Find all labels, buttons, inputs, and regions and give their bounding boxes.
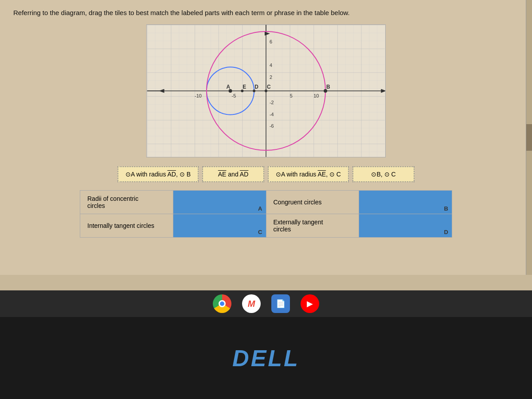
- scrollbar[interactable]: [526, 0, 532, 275]
- chrome-center: [219, 300, 226, 307]
- tile-3-text: ⊙A with radius AE, ⊙ C: [276, 171, 341, 178]
- svg-text:4: 4: [270, 63, 272, 68]
- tile-3[interactable]: ⊙A with radius AE, ⊙ C: [268, 166, 349, 182]
- svg-text:2: 2: [270, 74, 272, 80]
- bottom-area: DELL: [0, 317, 532, 399]
- label-externally: Externally tangentcircles: [266, 214, 359, 238]
- slot-d-letter: D: [444, 229, 448, 235]
- match-table: Radii of concentriccircles A Congruent c…: [80, 190, 452, 238]
- svg-text:C: C: [267, 84, 271, 90]
- svg-text:E: E: [243, 84, 246, 90]
- tile-4[interactable]: ⊙B, ⊙ C: [352, 166, 415, 182]
- files-icon[interactable]: 📄: [271, 294, 290, 313]
- table-wrapper: Radii of concentriccircles A Congruent c…: [13, 190, 519, 238]
- taskbar: M 📄 ▶: [0, 290, 532, 317]
- drop-slot-d[interactable]: D: [359, 214, 452, 238]
- table-row-2: Internally tangent circles C Externally …: [80, 214, 452, 238]
- slot-b-letter: B: [444, 205, 448, 212]
- svg-text:D: D: [254, 84, 258, 90]
- chrome-icon[interactable]: [213, 294, 231, 313]
- gmail-icon[interactable]: M: [242, 294, 261, 313]
- diagram-container: 6 4 2 -2 -4 -6 -10 -5 5 10: [13, 24, 519, 157]
- svg-text:-6: -6: [270, 123, 274, 129]
- svg-text:-10: -10: [195, 93, 202, 98]
- svg-text:6: 6: [270, 39, 272, 44]
- svg-text:-5: -5: [232, 93, 236, 98]
- youtube-icon[interactable]: ▶: [301, 294, 319, 313]
- tiles-row: ⊙A with radius AD, ⊙ B AE and AD ⊙A with…: [13, 166, 519, 182]
- drop-slot-b[interactable]: B: [359, 191, 452, 214]
- drop-slot-a[interactable]: A: [173, 191, 266, 214]
- label-congruent: Congruent circles: [266, 191, 359, 214]
- tile-4-text: ⊙B, ⊙ C: [371, 171, 395, 178]
- svg-text:A: A: [227, 84, 231, 90]
- diagram-svg: 6 4 2 -2 -4 -6 -10 -5 5 10: [147, 25, 385, 157]
- scrollbar-thumb[interactable]: [526, 124, 532, 151]
- main-content: Referring to the diagram, drag the tiles…: [0, 0, 532, 275]
- label-radii: Radii of concentriccircles: [80, 191, 173, 214]
- svg-text:-2: -2: [270, 100, 274, 105]
- tile-2[interactable]: AE and AD: [202, 166, 264, 182]
- svg-text:5: 5: [290, 93, 293, 98]
- tile-1-text: ⊙A with radius AD, ⊙ B: [125, 171, 191, 178]
- table-row-1: Radii of concentriccircles A Congruent c…: [80, 191, 452, 214]
- svg-text:-4: -4: [270, 112, 274, 117]
- svg-text:B: B: [326, 84, 330, 90]
- tile-1[interactable]: ⊙A with radius AD, ⊙ B: [117, 166, 199, 182]
- instruction-text: Referring to the diagram, drag the tiles…: [13, 9, 519, 16]
- diagram-box: 6 4 2 -2 -4 -6 -10 -5 5 10: [146, 24, 386, 157]
- dell-logo: DELL: [232, 345, 300, 372]
- label-internally: Internally tangent circles: [80, 214, 173, 238]
- tile-2-text: AE and AD: [218, 171, 249, 178]
- svg-text:10: 10: [313, 93, 319, 98]
- drop-slot-c[interactable]: C: [173, 214, 266, 238]
- slot-c-letter: C: [258, 229, 262, 235]
- slot-a-letter: A: [258, 205, 262, 212]
